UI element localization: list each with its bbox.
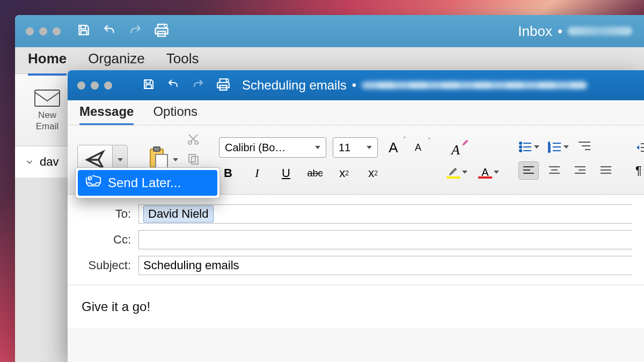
shrink-font-button[interactable]: A ˇ bbox=[409, 138, 427, 157]
italic-button[interactable]: I bbox=[248, 164, 266, 182]
folder-label: dav bbox=[40, 155, 58, 169]
font-family-value: Calibri (Bo… bbox=[225, 142, 286, 154]
account-name-blurred bbox=[362, 82, 587, 89]
to-field[interactable]: David Nield bbox=[138, 204, 632, 224]
new-email-label-1: New bbox=[26, 109, 69, 121]
subject-label: Subject: bbox=[79, 258, 138, 272]
tab-organize[interactable]: Organize bbox=[88, 50, 145, 70]
compose-window: Scheduling emails • Message Options bbox=[68, 70, 644, 362]
print-icon[interactable] bbox=[154, 23, 169, 40]
send-later-label: Send Later... bbox=[108, 175, 181, 190]
multilevel-list-button[interactable] bbox=[577, 140, 591, 154]
account-name-blurred bbox=[568, 27, 632, 35]
decrease-indent-button[interactable] bbox=[635, 142, 644, 156]
zoom-icon[interactable] bbox=[104, 82, 112, 90]
compose-ribbon: Send Later... bbox=[68, 125, 644, 195]
window-controls[interactable] bbox=[77, 82, 112, 90]
send-later-item[interactable]: Send Later... bbox=[78, 170, 217, 196]
svg-rect-1 bbox=[35, 90, 60, 106]
cc-field[interactable] bbox=[138, 230, 632, 249]
to-recipient-chip[interactable]: David Nield bbox=[143, 205, 214, 223]
highlight-swatch bbox=[447, 176, 460, 179]
font-size-value: 11 bbox=[339, 142, 350, 154]
inbox-titlebar: Inbox • bbox=[15, 15, 644, 47]
align-center-button[interactable] bbox=[544, 161, 565, 180]
bullet-list-button[interactable] bbox=[518, 141, 539, 153]
paste-dropdown[interactable] bbox=[173, 158, 178, 161]
highlight-button[interactable] bbox=[447, 166, 467, 179]
tab-tools[interactable]: Tools bbox=[166, 50, 199, 70]
close-icon[interactable] bbox=[77, 82, 85, 90]
subscript-button[interactable]: x2 bbox=[335, 164, 353, 182]
tab-options[interactable]: Options bbox=[153, 104, 197, 121]
clock-outbox-icon bbox=[85, 174, 101, 191]
number-list-button[interactable]: 123 bbox=[548, 141, 569, 153]
cut-icon[interactable] bbox=[187, 133, 200, 148]
save-icon[interactable] bbox=[142, 78, 155, 93]
new-email-label-2: Email bbox=[26, 121, 69, 132]
redo-icon[interactable] bbox=[192, 78, 204, 93]
redo-icon[interactable] bbox=[128, 23, 142, 39]
new-email-button[interactable]: New Email bbox=[26, 88, 69, 132]
subject-value: Scheduling emails bbox=[143, 258, 239, 272]
compose-headers: To: David Nield Cc: Subject: Scheduling … bbox=[68, 195, 644, 285]
svg-text:3: 3 bbox=[548, 149, 551, 153]
zoom-icon[interactable] bbox=[53, 27, 61, 35]
align-left-button[interactable] bbox=[518, 161, 539, 180]
message-body[interactable]: Give it a go! bbox=[68, 285, 644, 328]
grow-font-button[interactable]: A ˆ bbox=[384, 138, 402, 157]
clear-formatting-button[interactable]: A bbox=[447, 141, 465, 159]
align-right-button[interactable] bbox=[570, 161, 590, 180]
text-direction-button[interactable]: ¶ bbox=[635, 164, 644, 178]
save-icon[interactable] bbox=[77, 23, 91, 39]
compose-titlebar: Scheduling emails • bbox=[68, 70, 644, 100]
svg-point-13 bbox=[519, 146, 522, 148]
compose-title: Scheduling emails bbox=[242, 78, 347, 93]
bold-button[interactable]: B bbox=[219, 164, 237, 182]
svg-point-11 bbox=[519, 142, 522, 144]
cc-label: Cc: bbox=[79, 233, 138, 247]
subject-field[interactable]: Scheduling emails bbox=[138, 256, 632, 275]
svg-point-8 bbox=[195, 141, 198, 144]
tab-message[interactable]: Message bbox=[79, 104, 134, 121]
svg-point-7 bbox=[188, 141, 192, 144]
strikethrough-button[interactable]: abc bbox=[306, 164, 324, 182]
underline-button[interactable]: U bbox=[277, 164, 295, 182]
print-icon[interactable] bbox=[216, 77, 230, 93]
font-size-combo[interactable]: 11 bbox=[333, 137, 378, 158]
font-family-combo[interactable]: Calibri (Bo… bbox=[219, 137, 326, 158]
align-justify-button[interactable] bbox=[596, 161, 616, 180]
undo-icon[interactable] bbox=[167, 78, 180, 93]
inbox-title: Inbox bbox=[518, 23, 552, 40]
to-label: To: bbox=[79, 207, 138, 221]
svg-point-15 bbox=[519, 150, 522, 152]
undo-icon[interactable] bbox=[103, 23, 116, 39]
minimize-icon[interactable] bbox=[39, 27, 47, 35]
superscript-button[interactable]: x2 bbox=[364, 164, 382, 182]
window-controls[interactable] bbox=[26, 27, 61, 35]
minimize-icon[interactable] bbox=[91, 82, 99, 90]
body-text: Give it a go! bbox=[82, 299, 150, 314]
font-color-button[interactable]: A bbox=[478, 166, 499, 179]
send-dropdown-menu: Send Later... bbox=[75, 167, 220, 198]
copy-icon[interactable] bbox=[187, 152, 200, 167]
svg-rect-5 bbox=[153, 147, 160, 151]
close-icon[interactable] bbox=[26, 27, 34, 35]
compose-ribbon-tabs: Message Options bbox=[68, 100, 644, 125]
tab-home[interactable]: Home bbox=[28, 50, 67, 70]
